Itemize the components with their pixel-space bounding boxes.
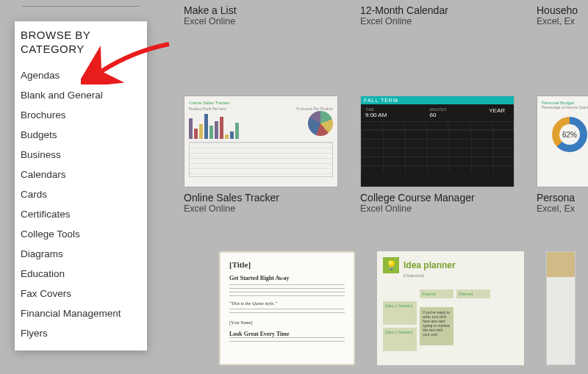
template-card-12-month-calendar[interactable]: 12-Month Calendar Excel Online xyxy=(360,0,514,26)
template-title: College Course Manager xyxy=(360,192,514,204)
thumb-header-strip xyxy=(547,252,575,277)
template-card-make-a-list[interactable]: Make a List Excel Online xyxy=(184,0,338,26)
template-card-college-course-manager[interactable]: FALL TERM TIME 9:00 AM MINUTES 60 YEAR xyxy=(360,96,514,214)
template-row: [Title] Get Started Right Away "This is … xyxy=(219,251,576,365)
category-fax-covers[interactable]: Fax Covers xyxy=(21,284,141,303)
template-sub: Excel, Ex xyxy=(537,204,588,214)
thumb-cell: [Idea 2 header] xyxy=(383,328,417,351)
template-gallery: Make a List Excel Online 12-Month Calend… xyxy=(169,0,588,374)
thumb-sub: [Objective] xyxy=(404,273,518,278)
thumb-byline: [Your Name] xyxy=(229,320,345,325)
thumb-cell: [Idea 1 header] xyxy=(383,301,417,325)
template-sub: Excel Online xyxy=(360,204,514,214)
category-blank-and-general[interactable]: Blank and General xyxy=(21,85,141,105)
template-row: Make a List Excel Online 12-Month Calend… xyxy=(184,0,588,26)
thumb-text-lines xyxy=(229,337,345,343)
lightbulb-icon: 💡 xyxy=(383,257,399,273)
sidebar-panel: BROWSE BY CATEGORY Agendas Blank and Gen… xyxy=(15,21,147,350)
thumb-grid xyxy=(361,130,514,173)
thumb-term-label: FALL TERM xyxy=(361,96,514,104)
template-sub: Excel Online xyxy=(360,16,514,26)
category-diagrams[interactable]: Diagrams xyxy=(21,244,141,264)
sidebar-heading: BROWSE BY CATEGORY xyxy=(21,29,141,57)
thumb-day-header xyxy=(361,122,514,130)
template-sub: Excel Online xyxy=(184,204,338,214)
sidebar-divider xyxy=(22,6,140,7)
pie-chart-icon xyxy=(308,111,333,136)
thumb-time: 9:00 AM xyxy=(365,112,387,118)
template-card-personal-budget[interactable]: Personal Budget Percentage of Income Spe… xyxy=(537,96,588,214)
donut-chart-icon: 62% xyxy=(552,117,587,152)
template-thumb: FALL TERM TIME 9:00 AM MINUTES 60 YEAR xyxy=(360,96,514,187)
thumb-heading: Look Great Every Time xyxy=(229,331,345,337)
thumb-text-lines xyxy=(229,309,345,316)
thumb-minutes: 60 xyxy=(430,112,447,118)
template-card-idea-planner[interactable]: 💡 Idea planner [Objective] [Idea 1 heade… xyxy=(377,251,524,365)
template-title: Online Sales Tracker xyxy=(184,192,338,204)
bar-chart-icon xyxy=(189,111,304,139)
category-financial-management[interactable]: Financial Management xyxy=(21,303,141,323)
template-sub: Excel, Ex xyxy=(537,16,588,26)
template-thumb: Online Sales Tracker Product Profit Per … xyxy=(184,96,338,187)
category-business[interactable]: Business xyxy=(21,145,141,165)
thumb-quote: "This is the Quote style." xyxy=(229,301,345,306)
thumb-heading: Get Started Right Away xyxy=(229,275,345,281)
template-card-household[interactable]: Househo Excel, Ex xyxy=(537,0,588,26)
template-card-online-sales-tracker[interactable]: Online Sales Tracker Product Profit Per … xyxy=(184,96,338,214)
category-agendas[interactable]: Agendas xyxy=(21,65,141,85)
template-card-partial[interactable] xyxy=(546,251,576,365)
thumb-cell: [Name] xyxy=(420,290,453,298)
thumb-title: Idea planner xyxy=(404,260,456,270)
sidebar: BROWSE BY CATEGORY Agendas Blank and Gen… xyxy=(15,0,147,350)
thumb-note: If you're ready to write, just click her… xyxy=(420,307,453,345)
template-sub: Excel Online xyxy=(184,16,338,26)
category-budgets[interactable]: Budgets xyxy=(21,125,141,145)
template-title: Make a List xyxy=(184,4,338,16)
thumb-title: [Title] xyxy=(229,260,345,269)
template-title: Househo xyxy=(537,4,588,16)
template-thumb: Personal Budget Percentage of Income Spe… xyxy=(537,96,588,187)
category-list: Agendas Blank and General Brochures Budg… xyxy=(21,65,141,343)
thumb-cell: [Name] xyxy=(456,290,490,298)
thumb-label: Percentage of Income Spent xyxy=(542,105,588,109)
template-title: Persona xyxy=(537,192,588,204)
thumb-heading: Online Sales Tracker xyxy=(189,101,333,105)
category-flyers[interactable]: Flyers xyxy=(21,323,141,343)
category-college-tools[interactable]: College Tools xyxy=(21,224,141,244)
category-cards[interactable]: Cards xyxy=(21,184,141,204)
thumb-year: YEAR xyxy=(489,107,509,118)
thumb-table xyxy=(189,142,333,177)
template-row: Online Sales Tracker Product Profit Per … xyxy=(184,96,588,214)
category-education[interactable]: Education xyxy=(21,264,141,284)
category-brochures[interactable]: Brochures xyxy=(21,105,141,125)
thumb-percent: 62% xyxy=(552,117,587,152)
category-certificates[interactable]: Certificates xyxy=(21,204,141,224)
template-title: 12-Month Calendar xyxy=(360,4,514,16)
category-calendars[interactable]: Calendars xyxy=(21,165,141,184)
thumb-text-lines xyxy=(229,284,345,296)
template-card-title-doc[interactable]: [Title] Get Started Right Away "This is … xyxy=(219,251,355,365)
